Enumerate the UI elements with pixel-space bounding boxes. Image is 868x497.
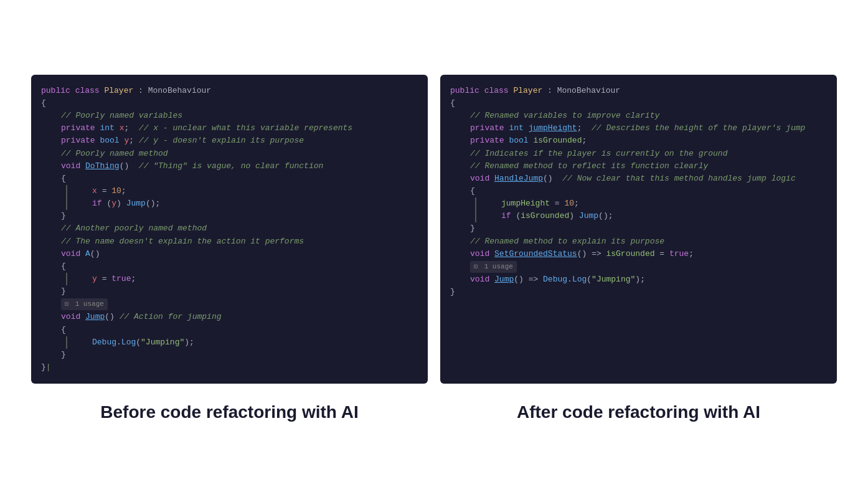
after-code-panel: public class Player : MonoBehaviour { //…: [440, 75, 837, 384]
before-code-panel: public class Player : MonoBehaviour { //…: [31, 75, 428, 384]
code-panels: public class Player : MonoBehaviour { //…: [31, 75, 837, 384]
before-label: Before code refactoring with AI: [31, 402, 428, 422]
main-container: public class Player : MonoBehaviour { //…: [0, 50, 868, 447]
labels-row: Before code refactoring with AI After co…: [31, 402, 837, 422]
after-label: After code refactoring with AI: [440, 402, 837, 422]
